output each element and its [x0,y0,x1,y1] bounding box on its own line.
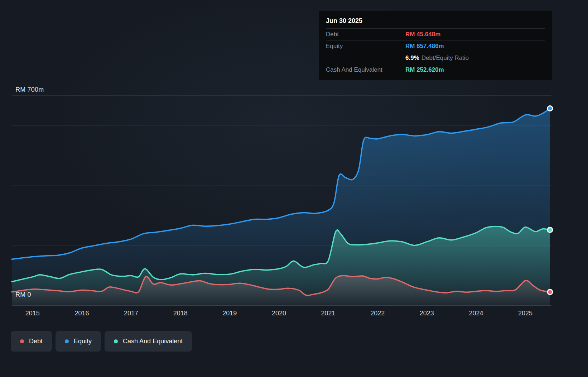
y-axis-label-0: RM 0 [15,291,31,299]
tooltip-cash-label: Cash And Equivalent [326,66,405,73]
svg-text:2025: 2025 [518,310,532,317]
svg-text:2023: 2023 [420,310,434,317]
legend-item-debt[interactable]: Debt [11,331,52,352]
tooltip-equity-label: Equity [326,43,405,50]
tooltip-debt-label: Debt [326,31,405,38]
svg-text:2017: 2017 [124,310,138,317]
tooltip-equity-value: RM 657.486m [405,43,444,50]
svg-text:2016: 2016 [74,310,89,317]
y-axis-label-700m: RM 700m [15,86,44,94]
legend-item-equity[interactable]: Equity [56,331,101,352]
svg-text:2021: 2021 [321,310,336,317]
cash-dot-icon [114,339,118,343]
svg-text:2018: 2018 [173,310,188,317]
tooltip-debt-value: RM 45.648m [405,31,440,38]
legend-debt-label: Debt [29,338,43,345]
svg-text:2019: 2019 [222,310,237,317]
tooltip-ratio-label: Debt/Equity Ratio [421,54,469,62]
equity-dot-icon [65,339,69,343]
svg-text:2020: 2020 [272,310,286,317]
legend-item-cash[interactable]: Cash And Equivalent [105,331,192,352]
svg-text:2022: 2022 [370,310,385,317]
svg-text:2015: 2015 [25,310,40,317]
legend: Debt Equity Cash And Equivalent [11,331,192,352]
chart-tooltip: Jun 30 2025 Debt RM 45.648m Equity RM 65… [319,11,552,80]
tooltip-date: Jun 30 2025 [326,14,545,28]
tooltip-row-cash: Cash And Equivalent RM 252.620m [326,64,545,76]
tooltip-row-debt: Debt RM 45.648m [326,28,545,40]
legend-equity-label: Equity [74,338,92,345]
svg-text:2024: 2024 [469,310,483,317]
tooltip-row-ratio: 6.9% Debt/Equity Ratio [326,52,545,64]
chart-panel: 2015201620172018201920202021202220232024… [0,0,588,377]
tooltip-ratio-value: 6.9% [405,54,419,62]
tooltip-cash-value: RM 252.620m [405,66,444,73]
debt-dot-icon [20,339,24,343]
legend-cash-label: Cash And Equivalent [123,338,183,345]
tooltip-row-equity: Equity RM 657.486m [326,40,545,52]
